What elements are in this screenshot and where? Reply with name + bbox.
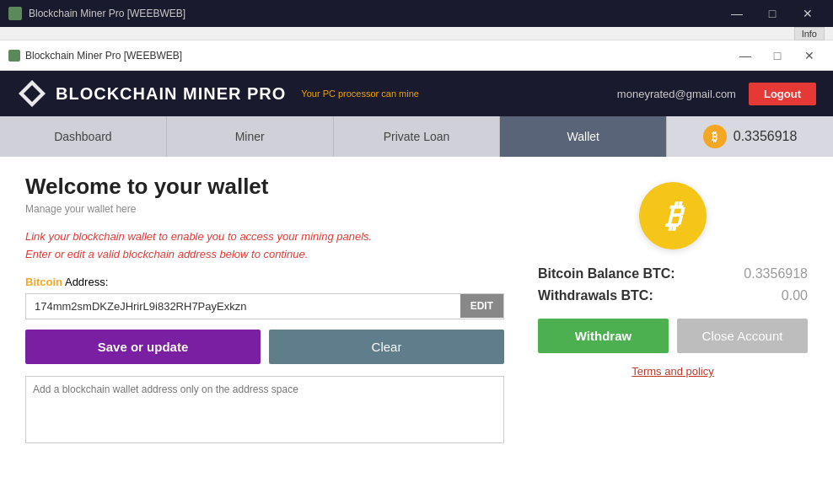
btc-icon-small: ₿ xyxy=(703,125,727,148)
second-title-left: Blockchain Miner Pro [WEEBWEB] xyxy=(8,50,182,62)
right-action-buttons: Withdraw Close Account xyxy=(538,319,808,353)
withdrawals-row: Withdrawals BTC: 0.00 xyxy=(538,288,808,303)
second-title-text: Blockchain Miner Pro [WEEBWEB] xyxy=(25,50,182,62)
nav-dashboard[interactable]: Dashboard xyxy=(0,116,167,157)
title-bar-text: Blockchain Miner Pro [WEEBWEB] xyxy=(29,8,185,19)
second-title-bar: Blockchain Miner Pro [WEEBWEB] — □ ✕ xyxy=(0,40,833,71)
app-icon xyxy=(8,7,22,20)
second-close-button[interactable]: ✕ xyxy=(794,43,825,68)
nav-balance: ₿ 0.3356918 xyxy=(667,116,833,157)
nav-miner[interactable]: Miner xyxy=(167,116,334,157)
nav-private-loan[interactable]: Private Loan xyxy=(334,116,501,157)
withdrawals-value: 0.00 xyxy=(782,288,808,303)
second-minimize-button[interactable]: — xyxy=(730,43,760,68)
terms-link[interactable]: Terms and policy xyxy=(631,365,714,378)
address-input-row: EDIT xyxy=(25,293,504,319)
title-bar: Blockchain Miner Pro [WEEBWEB] — □ ✕ xyxy=(0,0,833,27)
logo-area: Blockchain Miner Pro Your PC processor c… xyxy=(17,78,419,109)
header-right: moneyrated@gmail.com Logout xyxy=(617,83,816,105)
info-button[interactable]: Info xyxy=(794,27,825,40)
wallet-info-text: Link your blockchain wallet to enable yo… xyxy=(25,228,504,264)
right-panel: ₿ Bitcoin Balance BTC: 0.3356918 Withdra… xyxy=(538,174,808,487)
btc-big-icon: ₿ xyxy=(639,182,707,249)
second-app-icon xyxy=(8,50,20,62)
app-header: Blockchain Miner Pro Your PC processor c… xyxy=(0,71,833,116)
close-account-button[interactable]: Close Account xyxy=(677,319,808,353)
wallet-title: Welcome to your wallet xyxy=(25,174,504,200)
save-button[interactable]: Save or update xyxy=(25,330,261,364)
second-maximize-button[interactable]: □ xyxy=(762,43,793,68)
edit-button[interactable]: EDIT xyxy=(460,294,503,318)
bitcoin-address-label: Bitcoin Address: xyxy=(25,276,504,288)
wallet-subtitle: Manage your wallet here xyxy=(25,203,504,215)
title-bar-controls: — □ ✕ xyxy=(720,0,825,27)
logo-diamond-icon xyxy=(17,78,47,109)
minimize-button[interactable]: — xyxy=(720,0,754,27)
bitcoin-balance-label: Bitcoin Balance BTC: xyxy=(538,266,675,281)
logo-tagline: Your PC processor can mine xyxy=(301,88,419,99)
withdraw-button[interactable]: Withdraw xyxy=(538,319,669,353)
withdrawals-label: Withdrawals BTC: xyxy=(538,288,653,303)
notes-textarea[interactable] xyxy=(25,376,504,443)
left-panel: Welcome to your wallet Manage your walle… xyxy=(25,174,504,487)
info-bar: Info xyxy=(0,27,833,40)
bitcoin-balance-row: Bitcoin Balance BTC: 0.3356918 xyxy=(538,266,808,281)
action-buttons: Save or update Clear xyxy=(25,330,504,364)
nav-wallet[interactable]: Wallet xyxy=(500,116,667,157)
main-content: Welcome to your wallet Manage your walle… xyxy=(0,157,833,504)
bitcoin-balance-value: 0.3356918 xyxy=(744,266,808,281)
title-bar-left: Blockchain Miner Pro [WEEBWEB] xyxy=(8,7,185,20)
maximize-button[interactable]: □ xyxy=(755,0,789,27)
logout-button[interactable]: Logout xyxy=(749,83,816,105)
logo-text: Blockchain Miner Pro xyxy=(56,84,286,104)
close-button[interactable]: ✕ xyxy=(791,0,825,27)
user-email: moneyrated@gmail.com xyxy=(617,88,736,100)
nav-balance-amount: 0.3356918 xyxy=(734,129,798,144)
address-input[interactable] xyxy=(26,294,460,319)
clear-button[interactable]: Clear xyxy=(269,330,504,364)
nav-bar: Dashboard Miner Private Loan Wallet ₿ 0.… xyxy=(0,116,833,157)
second-title-controls: — □ ✕ xyxy=(730,43,825,68)
